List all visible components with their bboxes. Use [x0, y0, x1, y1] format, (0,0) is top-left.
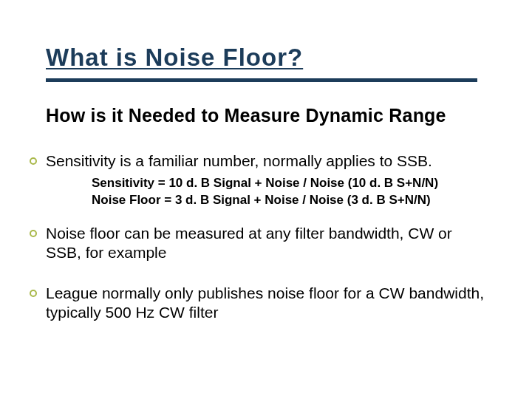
slide: What is Noise Floor? How is it Needed to…	[0, 0, 532, 399]
slide-body: Sensitivity is a familiar number, normal…	[46, 151, 488, 343]
subitem-2: Noise Floor = 3 d. B Signal + Noise / No…	[92, 192, 488, 209]
bullet-icon	[30, 230, 37, 237]
paragraph-2: Noise floor can be measured at any filte…	[46, 224, 488, 263]
title-underline-bar	[46, 78, 477, 82]
slide-title: What is Noise Floor?	[46, 44, 303, 75]
sublist: Sensitivity = 10 d. B Signal + Noise / N…	[92, 175, 488, 209]
bullet-icon	[30, 290, 37, 297]
paragraph-1: Sensitivity is a familiar number, normal…	[46, 151, 488, 171]
slide-subtitle: How is it Needed to Measure Dynamic Rang…	[46, 105, 446, 126]
subitem-1: Sensitivity = 10 d. B Signal + Noise / N…	[92, 175, 488, 192]
paragraph-3: League normally only publishes noise flo…	[46, 284, 488, 323]
bullet-icon	[30, 157, 37, 165]
title-wrap: What is Noise Floor?	[46, 44, 502, 75]
